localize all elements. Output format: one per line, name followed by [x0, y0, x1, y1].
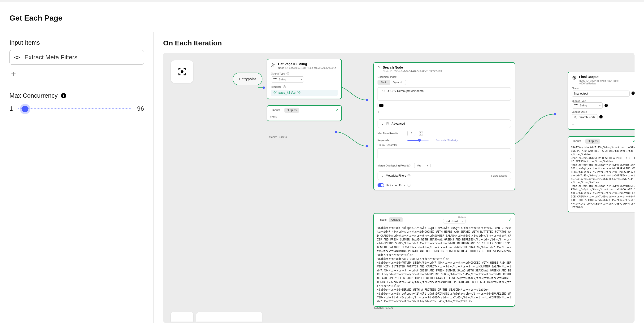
node-title: Get Page ID String [278, 62, 336, 66]
doc-badge[interactable] [378, 103, 385, 108]
add-doc-button[interactable]: + [378, 110, 511, 114]
svg-point-10 [272, 64, 274, 65]
node-search-output[interactable]: Inputs Outputs Outputs Text Result ▾ ✓ <… [373, 213, 515, 307]
svg-line-12 [380, 68, 380, 68]
svg-point-5 [335, 131, 337, 133]
max-results-input[interactable]: 8 [407, 131, 416, 136]
workflow-canvas[interactable]: Entrypoint Get Page ID String Node ID: 6… [163, 53, 634, 323]
help-icon[interactable]: ? [286, 72, 289, 75]
help-icon[interactable]: ? [408, 184, 410, 186]
name-label: Name [572, 87, 634, 90]
tab-inputs[interactable]: Inputs [270, 108, 282, 113]
user-icon [271, 63, 276, 68]
info-icon[interactable]: i [61, 93, 66, 98]
relevance-slider[interactable] [407, 140, 428, 141]
tab-inputs[interactable]: Inputs [377, 217, 389, 222]
help-icon[interactable]: ? [408, 174, 410, 177]
node-title: Search Node [383, 66, 443, 69]
merge-select[interactable]: Yes ▾ [414, 163, 430, 168]
tab-outputs[interactable]: Outputs [585, 138, 600, 144]
keywords-label: Keywords [378, 139, 404, 142]
svg-point-15 [574, 77, 575, 78]
gear-icon [386, 122, 389, 125]
recenter-button[interactable] [171, 60, 194, 83]
slider-track[interactable] [18, 108, 132, 110]
check-icon: ✓ [336, 108, 338, 112]
meta-status: Filters applied [491, 174, 507, 177]
output-value-label: Output Value [572, 110, 634, 113]
config-panel: Input Items <> Extract Meta Filters Max … [0, 32, 154, 323]
output-content: menu [267, 115, 342, 120]
chunk-sep-input[interactable] [378, 148, 511, 159]
svg-point-8 [554, 113, 556, 116]
chevron-down-icon: ▾ [301, 78, 302, 81]
input-items-field[interactable]: <> Extract Meta Filters [10, 50, 144, 64]
chunk-sep-label: Chunk Separator [378, 144, 511, 146]
chevron-down-icon: ▾ [462, 220, 464, 222]
tab-outputs[interactable]: Outputs [389, 217, 403, 222]
chevron-down-icon: ▾ [427, 164, 428, 167]
node-title: Final Output [579, 75, 634, 79]
entrypoint-label: Entrypoint [239, 77, 256, 81]
final-results-text: GRATIN</td><td>7.45</td></tr><tr><td>WAR… [568, 146, 634, 212]
max-results-label: Max Num Results [378, 132, 404, 135]
svg-point-4 [366, 99, 368, 101]
canvas-footer-card[interactable] [196, 312, 262, 322]
name-input[interactable]: final-output [572, 90, 630, 97]
check-icon: ✓ [508, 218, 511, 222]
doc-index-value[interactable]: PDF -> CSV Demo (pdf-csv-demo) [378, 87, 511, 100]
advanced-toggle[interactable]: ⌄ Advanced [378, 120, 511, 128]
node-get-page-id-output[interactable]: Inputs Outputs ✓ menu [267, 105, 342, 121]
info-icon[interactable]: i [632, 92, 634, 95]
results-text: <table><tr><th colspan="2">&lt;u&gt;TAPA… [374, 226, 515, 306]
node-final-output-result[interactable]: Inputs Outputs ✓ GRATIN</td><td>7.45</td… [568, 136, 634, 212]
metadata-filters-toggle[interactable]: ⌄ Metadata Filters ? Filters applied [378, 172, 511, 180]
help-icon[interactable]: ? [283, 85, 286, 88]
chevron-down-icon: ▾ [599, 104, 600, 107]
add-output-value-button[interactable]: + [572, 122, 634, 126]
info-icon[interactable]: i [599, 115, 603, 118]
template-input[interactable]: {{ page_title }} [271, 90, 338, 96]
svg-point-6 [366, 145, 368, 147]
check-icon: ✓ [633, 139, 634, 144]
tab-inputs[interactable]: Inputs [571, 138, 584, 144]
info-icon[interactable]: i [604, 104, 608, 107]
doc-index-mode[interactable]: Static Dynamic [378, 80, 406, 85]
target-icon [572, 76, 576, 80]
svg-line-17 [576, 118, 576, 118]
concurrency-slider[interactable]: 1 96 [10, 105, 144, 112]
svg-point-11 [378, 66, 380, 68]
output-value-input[interactable]: Search Node [572, 114, 598, 120]
output-type-select[interactable]: “”String ▾ [572, 102, 603, 108]
slider-min: 1 [10, 105, 13, 112]
node-get-page-id[interactable]: Get Page ID String Node ID: 6ebc7e03-178… [267, 59, 342, 99]
svg-point-16 [574, 116, 576, 118]
iteration-title: On Each Iteration [154, 39, 634, 47]
output-type-label: Output Type [271, 72, 285, 75]
svg-point-13 [387, 123, 388, 124]
entrypoint-node[interactable]: Entrypoint [233, 72, 262, 85]
search-icon [574, 116, 577, 119]
slider-max: 96 [137, 105, 144, 112]
node-search[interactable]: Search Node Node ID: 398de0a1-3a54-48e5-… [373, 62, 515, 190]
page-title: Get Each Page [10, 14, 634, 22]
reject-on-error-toggle[interactable] [378, 183, 384, 187]
tab-outputs[interactable]: Outputs [284, 108, 299, 113]
svg-point-9 [181, 71, 183, 72]
output-type-label: Output Type [572, 100, 634, 102]
output-type-select[interactable]: “”String ▾ [271, 76, 304, 82]
outputs-dropdown[interactable]: Text Result ▾ [443, 219, 466, 224]
node-final-output[interactable]: Final Output Node ID: 7ffaf483-d7d3-4ad4… [568, 72, 634, 130]
template-label: Template [271, 85, 282, 88]
chevron-down-icon: ⌄ [381, 122, 384, 125]
seg-dynamic[interactable]: Dynamic [390, 80, 406, 85]
add-node-button[interactable] [171, 312, 194, 322]
max-results-stepper[interactable]: ▴▾ [419, 131, 422, 136]
code-icon: <> [14, 54, 20, 60]
input-items-value: Extract Meta Filters [24, 54, 78, 61]
slider-thumb[interactable] [22, 106, 28, 112]
add-input-button[interactable] [10, 70, 18, 78]
max-concurrency-label: Max Concurrency [10, 92, 58, 99]
seg-static[interactable]: Static [378, 80, 390, 85]
outputs-dropdown-label: Outputs [458, 216, 466, 218]
